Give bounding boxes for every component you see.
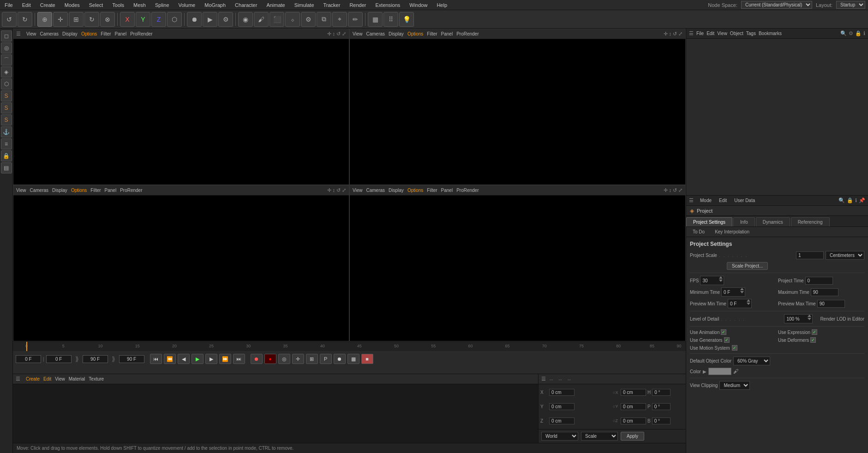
vp-max-icon-tl[interactable]: ⤢ (342, 31, 346, 37)
coord-z-input[interactable] (549, 417, 575, 424)
max-time-input[interactable] (811, 288, 838, 296)
vp-reset-icon-br[interactable]: ↺ (673, 187, 677, 193)
vp-reset-icon-tr[interactable]: ↺ (673, 31, 677, 37)
menu-volume[interactable]: Volume (177, 1, 198, 9)
lod-spinner[interactable] (808, 315, 812, 323)
info-icon[interactable]: ℹ (863, 30, 865, 36)
rotate-tool-btn[interactable]: ↻ (84, 12, 99, 27)
use-anim-checkbox[interactable] (721, 329, 726, 335)
left-btn-lock[interactable]: 🔒 (1, 150, 12, 161)
scale-select[interactable]: Scale (581, 432, 618, 441)
vp-panel-br[interactable]: Panel (441, 188, 453, 193)
menu-tools[interactable]: Tools (110, 1, 126, 9)
record-btn[interactable]: ⏺ (187, 12, 202, 27)
vp-options-tr[interactable]: Options (407, 31, 423, 36)
transform-btn[interactable]: ⊗ (100, 12, 115, 27)
tab-referencing[interactable]: Referencing (791, 217, 830, 226)
tab-dynamics[interactable]: Dynamics (756, 217, 790, 226)
right-hamburger[interactable]: ☰ (689, 30, 694, 36)
playhead[interactable] (26, 342, 27, 351)
menu-file[interactable]: File (3, 1, 15, 9)
menu-simulate[interactable]: Simulate (293, 1, 316, 9)
attr-hamburger[interactable]: ☰ (689, 197, 694, 203)
vp-cameras-br[interactable]: Cameras (366, 188, 385, 193)
menu-character[interactable]: Character (233, 1, 259, 9)
vp-cameras-bl[interactable]: Cameras (30, 188, 49, 193)
last-frame-btn[interactable]: ⏭ (233, 354, 245, 364)
project-scale-input[interactable] (796, 251, 824, 259)
use-motion-checkbox[interactable] (732, 345, 737, 351)
end-frame-input[interactable] (83, 355, 108, 363)
rh-file[interactable]: File (696, 31, 704, 36)
viewport-canvas-br[interactable] (350, 196, 685, 341)
fps-spinbox[interactable] (700, 276, 724, 285)
coord-x-input[interactable] (549, 389, 575, 396)
vp-view-tl[interactable]: View (26, 31, 36, 36)
min-time-spinner[interactable] (740, 288, 745, 296)
node-space-select[interactable]: Current (Standard/Physical) (741, 1, 812, 9)
play-forward-btn[interactable]: ▶ (192, 354, 204, 364)
lod-input[interactable] (784, 316, 808, 322)
start-frame-input[interactable] (46, 355, 72, 363)
vp-prorender-br[interactable]: ProRender (456, 188, 479, 193)
vp-max-icon-tr[interactable]: ⤢ (678, 31, 682, 37)
redo-btn[interactable]: ↻ (18, 12, 32, 27)
viewport-canvas-tr[interactable] (350, 39, 685, 185)
vp-move-icon-br[interactable]: ✛ (664, 187, 668, 193)
vp-zoom-icon-tl[interactable]: ↕ (333, 31, 335, 37)
vp-options-tl[interactable]: Options (81, 31, 97, 36)
vp-move-icon-tr[interactable]: ✛ (664, 31, 668, 37)
perspective-btn[interactable]: ◉ (238, 12, 253, 27)
rec-btn2[interactable]: ⏺ (334, 354, 346, 364)
menu-mograph[interactable]: MoGraph (203, 1, 227, 9)
left-btn-stack[interactable]: ≡ (1, 138, 12, 149)
menu-render[interactable]: Render (347, 1, 368, 9)
autokey-btn[interactable]: ● (264, 354, 276, 364)
search-icon[interactable]: 🔍 (840, 30, 847, 36)
snap2-btn[interactable]: ⌖ (332, 12, 347, 27)
left-btn-s2[interactable]: S (1, 102, 12, 113)
vp-max-icon-bl[interactable]: ⤢ (342, 187, 346, 193)
rh-object[interactable]: Object (730, 31, 743, 36)
timeline-ruler[interactable]: 0 5 10 15 20 25 30 35 40 45 50 55 60 65 … (13, 342, 686, 351)
vp-prorender-tl[interactable]: ProRender (130, 31, 152, 36)
rh-edit[interactable]: Edit (706, 31, 714, 36)
vp-display-tr[interactable]: Display (389, 31, 404, 36)
attr-edit[interactable]: Edit (717, 197, 729, 204)
attr-lock-icon[interactable]: 🔒 (847, 197, 853, 203)
dots-btn[interactable]: ⠿ (383, 12, 398, 27)
mat-material[interactable]: Material (69, 376, 85, 381)
vp-zoom-icon-bl[interactable]: ↕ (333, 187, 335, 193)
menu-select[interactable]: Select (87, 1, 105, 9)
coord-b-input[interactable] (652, 417, 670, 424)
use-expr-checkbox[interactable] (812, 329, 817, 335)
vp-move-icon-tl[interactable]: ✛ (327, 31, 331, 37)
use-def-checkbox[interactable] (810, 337, 816, 343)
scale-tool-btn[interactable]: ⊞ (69, 12, 84, 27)
mat-create[interactable]: Create (26, 376, 40, 381)
view-clipping-select[interactable]: Medium (719, 381, 750, 390)
attr-pin-icon[interactable]: 📌 (859, 197, 865, 203)
project-scale-unit-select[interactable]: Centimeters (826, 251, 864, 260)
end-frame-input2[interactable] (119, 355, 144, 363)
menu-edit[interactable]: Edit (20, 1, 33, 9)
attr-userdata[interactable]: User Data (732, 197, 757, 204)
viewport-canvas-tl[interactable] (13, 39, 349, 185)
left-btn-object[interactable]: ◻ (1, 30, 12, 42)
axis-z-btn[interactable]: Z (151, 12, 166, 27)
menu-help[interactable]: Help (435, 1, 449, 9)
menu-extensions[interactable]: Extensions (373, 1, 402, 9)
axis-y-btn[interactable]: Y (136, 12, 150, 27)
min-time-spinbox[interactable] (721, 287, 745, 297)
left-btn-light[interactable]: ⬡ (1, 78, 12, 89)
vp-filter-tr[interactable]: Filter (427, 31, 437, 36)
coord-hamburger[interactable]: ☰ (541, 376, 546, 382)
vp-panel-tl[interactable]: Panel (115, 31, 127, 36)
color-picker-icon[interactable]: 🖋 (733, 368, 739, 375)
fps-spinner[interactable] (719, 276, 724, 285)
coord-y-rot-input[interactable] (621, 403, 646, 410)
preview-min-spinner[interactable] (747, 299, 751, 308)
attr-search-icon[interactable]: 🔍 (838, 197, 845, 203)
obj-color-select[interactable]: 60% Gray (733, 357, 770, 365)
vp-max-icon-br[interactable]: ⤢ (678, 187, 682, 193)
